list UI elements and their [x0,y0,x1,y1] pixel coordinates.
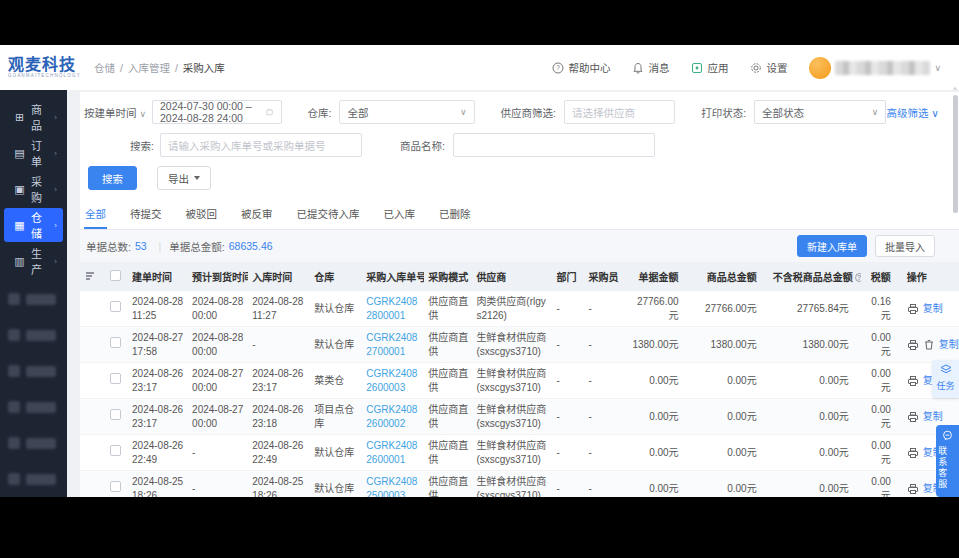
select-all-checkbox[interactable] [110,270,121,281]
sidebar-item-生产[interactable]: ▥生产› [4,244,63,278]
order-number-link[interactable]: CGRK24082600002 [362,399,424,435]
customer-service-fab[interactable]: 联系客服 [936,425,959,497]
settings-button[interactable]: 设置 [750,60,787,75]
breadcrumb-inbound-mgmt[interactable]: 入库管理 [128,60,170,75]
row-checkbox[interactable] [110,409,121,420]
order-number-link[interactable]: CGRK24082700001 [362,327,424,363]
column-settings-icon[interactable] [84,270,96,282]
info-icon[interactable]: ? [855,273,861,282]
order-number-link[interactable]: CGRK24082500003 [362,471,424,498]
scroll-up-caret[interactable]: ^ [953,85,957,94]
cell-建单时间: 2024-08-27 17:58 [128,327,188,363]
print-icon[interactable] [907,411,919,423]
status-tabs: 全部待提交被驳回被反审已提交待入库已入库已删除 [80,196,959,230]
cell-部门: - [552,363,584,399]
tab-已提交待入库[interactable]: 已提交待入库 [296,202,361,229]
sidebar-item-redacted[interactable] [8,356,59,386]
row-checkbox[interactable] [110,481,121,492]
tab-已删除[interactable]: 已删除 [438,202,472,229]
print-icon[interactable] [907,483,919,495]
product-name-input[interactable] [453,133,655,157]
sidebar-item-redacted[interactable] [8,428,59,458]
date-type-select[interactable]: 按建单时间 ∨ [84,105,152,120]
sidebar-item-仓储[interactable]: ▦仓储› [4,208,63,242]
row-checkbox[interactable] [110,373,121,384]
order-number-link[interactable]: CGRK24082600003 [362,363,424,399]
print-status-select[interactable]: 全部状态∨ [754,100,886,124]
row-checkbox[interactable] [110,445,121,456]
table-row: 2024-08-25 18:26-2024-08-25 18:26默认仓库CGR… [80,471,959,498]
tab-待提交[interactable]: 待提交 [129,202,163,229]
table-row: 2024-08-26 23:172024-08-27 00:002024-08-… [80,363,959,399]
messages-button[interactable]: 消息 [632,60,669,75]
warehouse-select[interactable]: 全部∨ [339,100,474,124]
cell-单据金额: 0.00元 [627,363,691,399]
search-button[interactable]: 搜索 [88,166,137,190]
order-number-link[interactable]: CGRK24082800001 [362,291,424,327]
new-inbound-button[interactable]: 新建入库单 [797,235,867,257]
copy-link[interactable]: 复制 [923,410,943,424]
breadcrumb-warehouse[interactable]: 仓储 [94,60,115,75]
print-icon[interactable] [907,375,919,387]
advanced-filter-link[interactable]: 高级筛选 ∨ [886,105,949,120]
tab-已入库[interactable]: 已入库 [383,202,417,229]
copy-link[interactable]: 复制 [923,302,943,316]
row-checkbox[interactable] [110,337,121,348]
cell-不含税商品总金额: 0.00元 [769,363,861,399]
col-header-操作: 操作 [903,262,959,291]
breadcrumb-purchase-inbound: 采购入库 [183,60,225,75]
help-center-button[interactable]: ? 帮助中心 [552,60,610,75]
sidebar-item-redacted[interactable] [8,320,59,350]
sidebar-item-商品[interactable]: ⊞商品› [4,100,63,134]
supplier-filter-input[interactable]: 请选择供应商 [564,100,675,124]
col-header-仓库: 仓库 [310,262,362,291]
task-fab[interactable]: 任务 [932,360,959,398]
production-icon: ▥ [13,255,26,268]
cell-商品总金额: 0.00元 [691,471,769,498]
user-menu[interactable]: ∨ [809,57,941,79]
cell-入库时间: 2024-08-28 11:27 [248,291,310,327]
cell-预计到货时间: - [188,435,248,471]
date-range-input[interactable]: 2024-07-30 00:00 – 2024-08-28 24:00 [152,100,281,124]
tab-全部[interactable]: 全部 [84,202,107,229]
cell-部门: - [552,291,584,327]
order-number-link[interactable]: CGRK24082600001 [362,435,424,471]
cell-商品总金额: 0.00元 [691,399,769,435]
layers-icon [940,364,952,375]
print-icon[interactable] [907,303,919,315]
row-checkbox[interactable] [110,301,121,312]
summary-bar: 单据总数: 53 | 单据总金额: 68635.46 新建入库单 批量导入 [80,230,959,262]
sidebar-item-redacted[interactable] [8,284,59,314]
cell-入库时间: 2024-08-25 18:26 [248,471,310,498]
cell-税额: 0.00元 [861,363,903,399]
chevron-down-icon: ∨ [460,107,467,117]
sidebar-item-订单[interactable]: ▤订单› [4,136,63,170]
table-row: 2024-08-27 17:582024-08-28 00:00-默认仓库CGR… [80,327,959,363]
vertical-scrollbar[interactable] [953,95,958,213]
delete-icon[interactable] [923,339,935,351]
apps-button[interactable]: 应用 [691,60,728,75]
search-input[interactable]: 请输入采购入库单号或采购单据号 [160,133,362,157]
cell-入库时间: 2024-08-26 23:18 [248,399,310,435]
chat-icon [942,430,953,441]
batch-import-button[interactable]: 批量导入 [875,235,935,257]
chevron-down-icon: ∨ [139,109,146,119]
cell-税额: 0.16元 [861,291,903,327]
tab-被反审[interactable]: 被反审 [240,202,274,229]
cell-商品总金额: 27766.00元 [691,291,769,327]
chevron-right-icon: › [54,257,57,266]
col-header-税额: 税额 [861,262,903,291]
sidebar-item-采购[interactable]: ▣采购› [4,172,63,206]
cell-商品总金额: 0.00元 [691,363,769,399]
doc-count-value: 53 [135,240,147,252]
print-icon[interactable] [907,339,919,351]
tab-被驳回[interactable]: 被驳回 [185,202,219,229]
avatar [809,57,831,79]
copy-link[interactable]: 复制 [939,338,959,352]
sidebar-item-redacted[interactable] [8,464,59,494]
col-header-供应商: 供应商 [472,262,552,291]
export-button[interactable]: 导出 [157,166,211,190]
print-icon[interactable] [907,447,919,459]
table-row: 2024-08-28 11:252024-08-28 00:002024-08-… [80,291,959,327]
sidebar-item-redacted[interactable] [8,392,59,422]
